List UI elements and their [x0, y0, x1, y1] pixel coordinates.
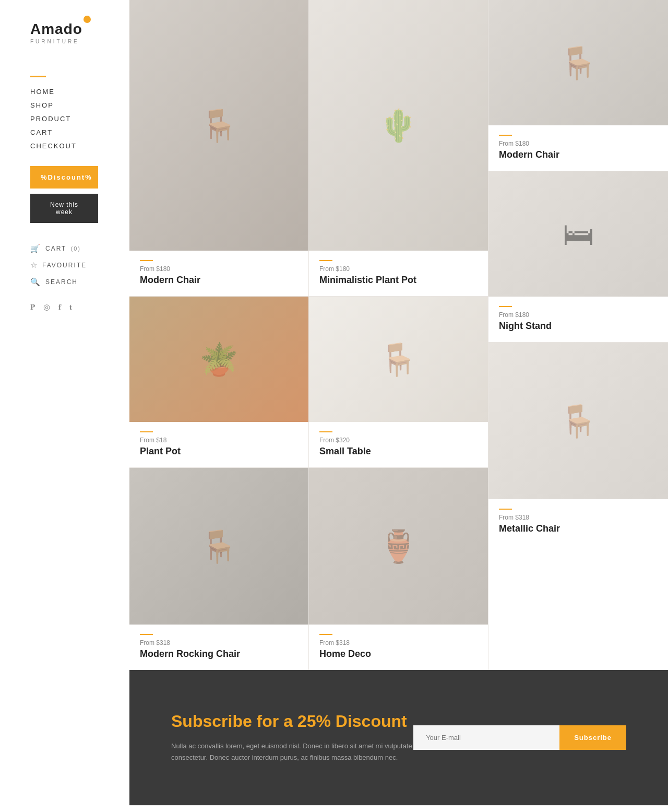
search-util[interactable]: 🔍 SEARCH	[30, 277, 129, 287]
nav-item-checkout[interactable]: CHECKOUT	[30, 141, 129, 150]
metallic-chair-icon: 🪑	[559, 403, 598, 440]
cart-util[interactable]: 🛒 CART (0)	[30, 244, 129, 253]
nav-item-shop[interactable]: SHOP	[30, 100, 129, 110]
product-from-night-stand: From $180	[499, 311, 658, 319]
cart-util-label[interactable]: CART (0)	[45, 245, 81, 252]
subscribe-left: Subscribe for a 25% Discount Nulla ac co…	[171, 712, 413, 763]
nav-item-cart[interactable]: CART	[30, 127, 129, 137]
product-card-home-deco[interactable]: 🏺 From $318 Home Deco	[309, 468, 488, 670]
plant-icon: 🪴	[199, 341, 238, 378]
product-card-metallic-chair[interactable]: 🪑 From $318 Metallic Chair	[488, 343, 668, 545]
logo: Amado FURNITURE	[30, 21, 129, 44]
product-name-modern-chair: Modern Chair	[140, 275, 298, 286]
product-name-minimalistic: Minimalistic Plant Pot	[319, 275, 478, 286]
email-input[interactable]	[413, 725, 559, 750]
subscribe-section: Subscribe for a 25% Discount Nulla ac co…	[129, 670, 668, 805]
product-info-night-stand: From $180 Night Stand	[488, 297, 668, 342]
sidebar: Amado FURNITURE HOME SHOP PRODUCT CART C…	[0, 0, 129, 812]
product-image-metallic-chair: 🪑	[488, 343, 668, 499]
product-info-modern-chair-2: From $180 Modern Chair	[488, 125, 668, 171]
subscribe-description: Nulla ac convallis lorem, eget euismod n…	[171, 740, 413, 763]
sidebar-accent	[30, 76, 46, 77]
product-image-home-deco: 🏺	[309, 468, 488, 625]
sidebar-buttons: %Discount% New this week	[30, 166, 129, 223]
facebook-icon[interactable]: 𝐟	[58, 302, 61, 312]
product-from-modern-chair: From $180	[140, 265, 298, 273]
minimalistic-icon: 🌵	[379, 107, 418, 144]
product-from-small-table: From $320	[319, 437, 478, 444]
product-card-plant-pot[interactable]: 🪴 From $18 Plant Pot	[129, 297, 308, 468]
grid-col-2: 🌵 From $180 Minimalistic Plant Pot 🪑 Fro…	[309, 0, 488, 670]
product-info-small-table: From $320 Small Table	[309, 422, 488, 467]
product-name-night-stand: Night Stand	[499, 321, 658, 332]
product-accent	[319, 431, 332, 432]
grid-col-3: 🪑 From $180 Modern Chair 🛏 From $180 Nig…	[488, 0, 668, 670]
sidebar-utils: 🛒 CART (0) ☆ FAVOURITE 🔍 SEARCH	[30, 244, 129, 287]
product-accent	[140, 260, 153, 261]
nav-links: HOME SHOP PRODUCT CART CHECKOUT	[30, 87, 129, 150]
product-image-minimalistic: 🌵	[309, 0, 488, 251]
product-card-modern-chair[interactable]: 🪑 From $180 Modern Chair	[129, 0, 308, 297]
cart-icon: 🛒	[30, 244, 40, 253]
favourite-util[interactable]: ☆ FAVOURITE	[30, 261, 129, 270]
product-name-plant-pot: Plant Pot	[140, 446, 298, 457]
nav-item-home[interactable]: HOME	[30, 87, 129, 96]
modern-chair-2-icon: 🪑	[559, 44, 598, 81]
main-content: 🪑 From $180 Modern Chair 🪴 From $18 Plan…	[129, 0, 668, 812]
product-accent	[499, 509, 512, 510]
rocking-chair-icon: 🪑	[199, 528, 238, 565]
product-card-rocking-chair[interactable]: 🪑 From $318 Modern Rocking Chair	[129, 468, 308, 670]
product-accent	[140, 431, 153, 432]
favourite-util-label[interactable]: FAVOURITE	[42, 262, 87, 269]
product-name-rocking-chair: Modern Rocking Chair	[140, 649, 298, 660]
nav-item-product[interactable]: PRODUCT	[30, 114, 129, 123]
product-image-modern-chair-2: 🪑	[488, 0, 668, 125]
subscribe-button[interactable]: Subscribe	[559, 725, 626, 750]
product-card-modern-chair-2[interactable]: 🪑 From $180 Modern Chair	[488, 0, 668, 171]
product-card-minimalistic[interactable]: 🌵 From $180 Minimalistic Plant Pot	[309, 0, 488, 297]
product-image-modern-chair: 🪑	[129, 0, 308, 251]
subscribe-right: Subscribe	[413, 725, 626, 750]
product-name-home-deco: Home Deco	[319, 649, 478, 660]
social-icons: 𝐏 ◎ 𝐟 𝐭	[30, 302, 129, 312]
product-accent	[319, 260, 332, 261]
product-info-plant-pot: From $18 Plant Pot	[129, 422, 308, 467]
chair-icon: 🪑	[199, 107, 238, 144]
product-accent	[499, 135, 512, 136]
product-from-metallic-chair: From $318	[499, 514, 658, 521]
twitter-icon[interactable]: 𝐭	[69, 302, 72, 312]
logo-sub: FURNITURE	[30, 39, 91, 44]
product-grid: 🪑 From $180 Modern Chair 🪴 From $18 Plan…	[129, 0, 668, 670]
subscribe-title: Subscribe for a 25% Discount	[171, 712, 413, 731]
product-image-rocking-chair: 🪑	[129, 468, 308, 625]
product-name-small-table: Small Table	[319, 446, 478, 457]
logo-dot	[84, 16, 91, 23]
product-image-plant-pot: 🪴	[129, 297, 308, 422]
product-from-rocking-chair: From $318	[140, 639, 298, 646]
discount-button[interactable]: %Discount%	[30, 166, 98, 189]
product-info-home-deco: From $318 Home Deco	[309, 625, 488, 670]
product-from-plant-pot: From $18	[140, 437, 298, 444]
product-info-rocking-chair: From $318 Modern Rocking Chair	[129, 625, 308, 670]
instagram-icon[interactable]: ◎	[43, 302, 50, 312]
home-deco-icon: 🏺	[379, 528, 418, 565]
night-stand-icon: 🛏	[563, 216, 594, 252]
cart-count: (0)	[71, 245, 81, 252]
product-info-modern-chair: From $180 Modern Chair	[129, 251, 308, 296]
search-util-label[interactable]: SEARCH	[45, 278, 78, 286]
table-icon: 🪑	[379, 341, 418, 378]
product-image-night-stand: 🛏	[488, 171, 668, 297]
product-from-modern-chair-2: From $180	[499, 140, 658, 147]
product-accent	[140, 634, 153, 635]
pinterest-icon[interactable]: 𝐏	[30, 302, 35, 312]
grid-col-1: 🪑 From $180 Modern Chair 🪴 From $18 Plan…	[129, 0, 309, 670]
footer: Amado FURNITURE Copyright ©2024 All righ…	[129, 805, 668, 812]
product-info-metallic-chair: From $318 Metallic Chair	[488, 499, 668, 545]
logo-name: Amado	[30, 21, 82, 38]
product-accent	[319, 634, 332, 635]
search-icon: 🔍	[30, 277, 40, 287]
new-this-week-button[interactable]: New this week	[30, 194, 98, 223]
product-card-small-table[interactable]: 🪑 From $320 Small Table	[309, 297, 488, 468]
product-name-metallic-chair: Metallic Chair	[499, 523, 658, 534]
product-card-night-stand[interactable]: 🛏 From $180 Night Stand	[488, 171, 668, 343]
